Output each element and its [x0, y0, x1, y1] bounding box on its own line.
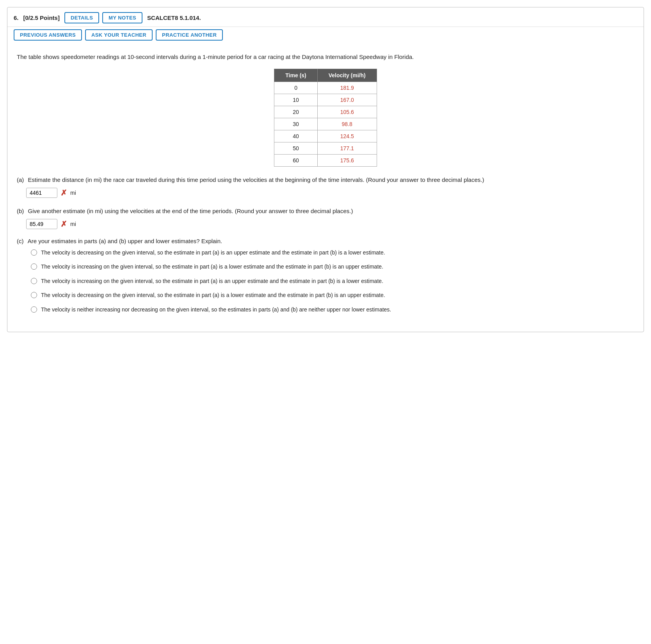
- radio-input-5[interactable]: [31, 306, 37, 313]
- scalcet-label: SCALCET8 5.1.014.: [147, 14, 201, 21]
- part-b-wrong-icon: ✗: [60, 219, 67, 229]
- question-container: 6. [0/2.5 Points] DETAILS MY NOTES SCALC…: [7, 7, 644, 332]
- time-cell: 60: [274, 155, 317, 167]
- second-bar: PREVIOUS ANSWERS ASK YOUR TEACHER PRACTI…: [7, 27, 644, 45]
- details-button[interactable]: DETAILS: [64, 12, 99, 23]
- part-b-input[interactable]: [26, 219, 57, 229]
- time-cell: 10: [274, 94, 317, 106]
- part-a-section: (a) Estimate the distance (in mi) the ra…: [17, 175, 634, 198]
- radio-input-1[interactable]: [31, 249, 37, 256]
- radio-option: The velocity is decreasing on the given …: [31, 291, 634, 299]
- part-a-marker: (a): [17, 176, 24, 183]
- radio-label-5[interactable]: The velocity is neither increasing nor d…: [41, 305, 391, 314]
- radio-input-2[interactable]: [31, 263, 37, 270]
- radio-group: The velocity is decreasing on the given …: [31, 248, 634, 314]
- part-a-input[interactable]: [26, 188, 57, 198]
- radio-option: The velocity is neither increasing nor d…: [31, 305, 634, 314]
- velocity-cell: 177.1: [317, 142, 377, 155]
- table-row: 40124.5: [274, 130, 377, 142]
- table-row: 0181.9: [274, 82, 377, 94]
- table-row: 20105.6: [274, 106, 377, 118]
- part-a-wrong-icon: ✗: [60, 188, 67, 197]
- time-cell: 40: [274, 130, 317, 142]
- part-b-question: Give another estimate (in mi) using the …: [28, 208, 353, 214]
- part-b-section: (b) Give another estimate (in mi) using …: [17, 206, 634, 229]
- radio-input-3[interactable]: [31, 278, 37, 284]
- part-a-answer-row: ✗ mi: [26, 188, 634, 198]
- question-number: 6.: [14, 14, 19, 21]
- time-cell: 0: [274, 82, 317, 94]
- problem-description: The table shows speedometer readings at …: [17, 52, 634, 62]
- velocity-cell: 105.6: [317, 106, 377, 118]
- velocity-cell: 167.0: [317, 94, 377, 106]
- velocity-cell: 181.9: [317, 82, 377, 94]
- practice-another-button[interactable]: PRACTICE ANOTHER: [156, 29, 223, 41]
- time-cell: 30: [274, 118, 317, 130]
- radio-label-1[interactable]: The velocity is decreasing on the given …: [41, 248, 385, 257]
- radio-option: The velocity is increasing on the given …: [31, 277, 634, 285]
- part-b-answer-row: ✗ mi: [26, 219, 634, 229]
- radio-option: The velocity is decreasing on the given …: [31, 248, 634, 257]
- time-cell: 20: [274, 106, 317, 118]
- part-c-section: (c) Are your estimates in parts (a) and …: [17, 238, 634, 314]
- radio-option: The velocity is increasing on the given …: [31, 262, 634, 271]
- time-cell: 50: [274, 142, 317, 155]
- ask-teacher-button[interactable]: ASK YOUR TEACHER: [85, 29, 153, 41]
- part-b-marker: (b): [17, 208, 24, 214]
- table-row: 50177.1: [274, 142, 377, 155]
- data-table: Time (s) Velocity (mi/h) 0181.910167.020…: [274, 69, 377, 167]
- table-row: 10167.0: [274, 94, 377, 106]
- part-b-unit: mi: [70, 221, 76, 227]
- radio-input-4[interactable]: [31, 292, 37, 298]
- table-row: 60175.6: [274, 155, 377, 167]
- radio-label-2[interactable]: The velocity is increasing on the given …: [41, 262, 383, 271]
- part-c-question-text: Are your estimates in parts (a) and (b) …: [28, 238, 222, 244]
- radio-label-4[interactable]: The velocity is decreasing on the given …: [41, 291, 385, 299]
- part-a-unit: mi: [70, 190, 76, 196]
- points-label: [0/2.5 Points]: [23, 14, 60, 21]
- part-a-label: (a) Estimate the distance (in mi) the ra…: [17, 175, 634, 185]
- velocity-cell: 124.5: [317, 130, 377, 142]
- velocity-cell: 175.6: [317, 155, 377, 167]
- previous-answers-button[interactable]: PREVIOUS ANSWERS: [14, 29, 82, 41]
- part-b-label: (b) Give another estimate (in mi) using …: [17, 206, 634, 216]
- part-a-question: Estimate the distance (in mi) the race c…: [28, 176, 484, 183]
- table-row: 3098.8: [274, 118, 377, 130]
- part-c-marker: (c): [17, 238, 24, 244]
- my-notes-button[interactable]: MY NOTES: [102, 12, 142, 23]
- content-area: The table shows speedometer readings at …: [7, 45, 644, 332]
- part-c-label: (c) Are your estimates in parts (a) and …: [17, 238, 634, 244]
- radio-label-3[interactable]: The velocity is increasing on the given …: [41, 277, 383, 285]
- top-bar: 6. [0/2.5 Points] DETAILS MY NOTES SCALC…: [7, 7, 644, 27]
- velocity-cell: 98.8: [317, 118, 377, 130]
- col1-header: Time (s): [274, 69, 317, 82]
- col2-header: Velocity (mi/h): [317, 69, 377, 82]
